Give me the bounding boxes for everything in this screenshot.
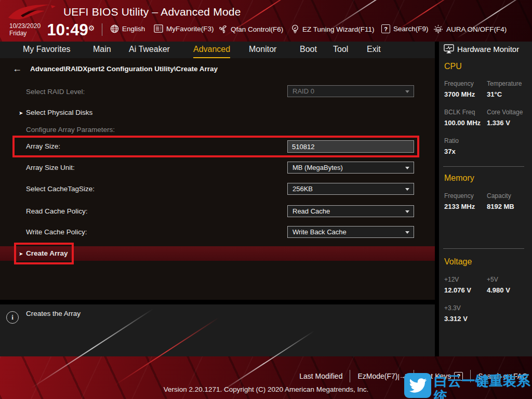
ez-tuning-label: EZ Tuning Wizard(F11)	[302, 25, 375, 33]
main-panel: ← Advanced\RAIDXpert2 Configuration Util…	[0, 58, 435, 300]
plus12v-value: 12.076 V	[444, 286, 471, 294]
cpu-section-title: CPU	[444, 62, 462, 71]
language-label: English	[122, 25, 145, 33]
aura-lamp-icon	[433, 24, 443, 34]
chevron-down-icon	[405, 210, 409, 213]
globe-icon	[110, 24, 119, 33]
footbar-divider	[350, 370, 350, 382]
tab-my-favorites[interactable]: My Favorites	[23, 42, 71, 58]
ezmode-label: EzMode(F7)	[357, 372, 397, 380]
help-text: Creates the Array	[26, 310, 81, 317]
core-voltage-value: 1.336 V	[487, 119, 510, 127]
ratio-label: Ratio	[444, 137, 459, 144]
ratio-value: 37x	[444, 148, 456, 155]
watermark: 白云一键重装系统 www.baiyunxitong.com	[404, 373, 532, 399]
write-cache-policy-value: Write Back Cache	[292, 228, 347, 236]
tab-main[interactable]: Main	[93, 42, 111, 58]
array-size-unit-dropdown[interactable]: MB (MegaBytes)	[287, 162, 414, 174]
tab-monitor[interactable]: Monitor	[249, 42, 276, 58]
cache-tag-size-dropdown[interactable]: 256KB	[287, 183, 414, 195]
date-text: 10/23/2020	[9, 22, 41, 30]
select-physical-disks-item[interactable]: Select Physical Disks	[26, 109, 92, 116]
myfavorite-button[interactable]: MyFavorite(F3)	[154, 24, 214, 33]
plus3v-label: +3.3V	[444, 304, 461, 312]
watermark-title: 白云一键重装系统	[434, 373, 532, 399]
top-banner: UEFI BIOS Utility – Advanced Mode 10/23/…	[0, 0, 532, 42]
array-size-input[interactable]	[287, 140, 414, 153]
chevron-down-icon	[405, 231, 409, 234]
tab-ai-tweaker[interactable]: Ai Tweaker	[129, 42, 170, 58]
read-cache-policy-value: Read Cache	[292, 207, 330, 215]
help-info-panel: i Creates the Array	[0, 304, 435, 356]
memory-frequency-value: 2133 MHz	[444, 203, 475, 210]
back-arrow-icon[interactable]: ←	[12, 63, 22, 74]
memory-section-title: Memory	[444, 174, 474, 183]
app-title: UEFI BIOS Utility – Advanced Mode	[63, 6, 241, 18]
aura-button[interactable]: AURA ON/OFF(F4)	[433, 24, 507, 34]
plus3v-value: 3.312 V	[444, 315, 468, 323]
lightbulb-icon	[291, 24, 299, 34]
info-icon: i	[6, 311, 19, 324]
ezmode-button[interactable]: EzMode(F7)|→]	[357, 372, 406, 380]
breadcrumb: ← Advanced\RAIDXpert2 Configuration Util…	[12, 63, 218, 74]
memory-frequency-label: Frequency	[444, 192, 474, 200]
create-array-button[interactable]: Create Array	[26, 249, 68, 257]
bclk-freq-value: 100.00 MHz	[444, 119, 481, 127]
row-arrow-icon: ➤	[19, 110, 23, 116]
row-arrow-icon: ➤	[19, 251, 23, 257]
question-box-icon: ?	[381, 24, 390, 33]
uefi-bios-screen: UEFI BIOS Utility – Advanced Mode 10/23/…	[0, 0, 532, 399]
tab-exit[interactable]: Exit	[367, 42, 381, 58]
raid-level-value: RAID 0	[292, 87, 314, 95]
tab-boot[interactable]: Boot	[300, 42, 317, 58]
cache-tag-size-value: 256KB	[292, 185, 313, 193]
language-button[interactable]: English	[110, 24, 145, 33]
memory-capacity-label: Capacity	[487, 192, 511, 200]
plus5v-value: 4.980 V	[487, 286, 510, 294]
write-cache-policy-label: Write Cache Policy:	[26, 228, 87, 236]
plus12v-label: +12V	[444, 276, 459, 283]
read-cache-policy-dropdown[interactable]: Read Cache	[287, 205, 414, 217]
memory-capacity-value: 8192 MB	[487, 203, 514, 210]
time-text: 10:49	[47, 21, 88, 39]
myfavorite-icon	[154, 24, 163, 33]
toolbar-divider	[102, 23, 102, 36]
write-cache-policy-dropdown[interactable]: Write Back Cache	[287, 226, 414, 238]
monitor-icon	[444, 44, 454, 54]
qfan-label: Qfan Control(F6)	[231, 25, 283, 33]
cpu-temperature-value: 31°C	[487, 90, 502, 98]
configure-array-parameters-label: Configure Array Parameters:	[26, 126, 115, 134]
array-size-label: Array Size:	[26, 142, 60, 150]
fan-icon	[218, 24, 228, 34]
search-button[interactable]: ? Search(F9)	[381, 24, 429, 33]
cpu-temperature-label: Temperature	[487, 80, 522, 87]
day-text: Friday	[9, 30, 26, 37]
datetime: 10/23/2020 Friday 10:49⚙	[9, 22, 95, 38]
bclk-freq-label: BCLK Freq	[444, 109, 475, 116]
voltage-section-title: Voltage	[444, 257, 472, 267]
chevron-down-icon	[405, 90, 409, 93]
myfavorite-label: MyFavorite(F3)	[166, 25, 214, 33]
bird-logo-icon	[404, 373, 431, 398]
last-modified-button[interactable]: Last Modified	[299, 372, 342, 380]
chevron-down-icon	[405, 167, 409, 169]
tab-tool[interactable]: Tool	[333, 42, 348, 58]
ez-tuning-button[interactable]: EZ Tuning Wizard(F11)	[291, 24, 375, 34]
plus5v-label: +5V	[487, 276, 498, 283]
create-array-row[interactable]: ➤ Create Array	[0, 246, 435, 261]
time-settings-gear-icon[interactable]: ⚙	[88, 24, 95, 32]
cache-tag-size-label: Select CacheTagSize:	[26, 185, 95, 193]
chevron-down-icon	[405, 188, 409, 191]
cpu-frequency-value: 3700 MHz	[444, 90, 475, 98]
hardware-monitor-header: Hardware Monitor	[444, 44, 519, 54]
select-raid-level-label: Select RAID Level:	[26, 88, 85, 96]
array-size-unit-value: MB (MegaBytes)	[292, 164, 343, 171]
aura-label: AURA ON/OFF(F4)	[446, 25, 507, 33]
cpu-frequency-label: Frequency	[444, 80, 474, 87]
sidebar-divider	[443, 166, 524, 167]
read-cache-policy-label: Read Cache Policy:	[26, 207, 88, 215]
qfan-control-button[interactable]: Qfan Control(F6)	[218, 24, 283, 34]
tab-advanced[interactable]: Advanced	[193, 42, 230, 58]
main-menu-bar: My Favorites Main Ai Tweaker Advanced Mo…	[0, 42, 435, 58]
raid-level-dropdown: RAID 0	[287, 85, 414, 97]
